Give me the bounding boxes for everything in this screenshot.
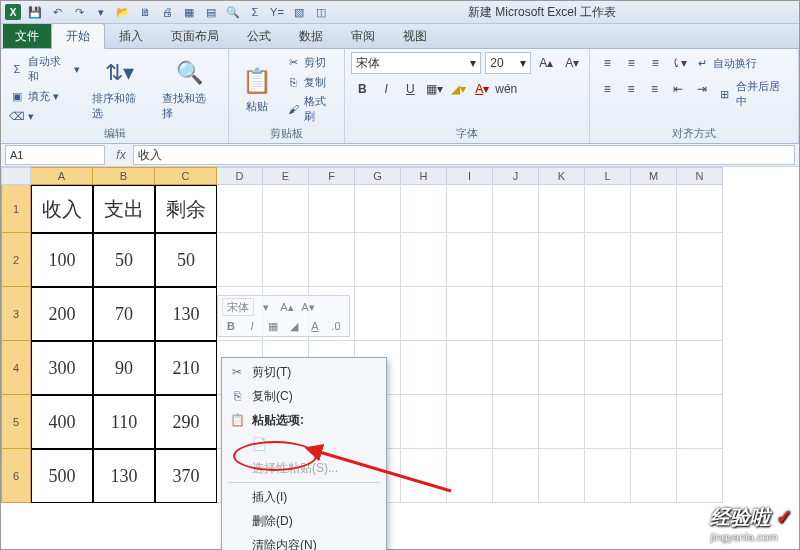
cell-K6[interactable] [539, 449, 585, 503]
cell-N1[interactable] [677, 185, 723, 233]
cell-E2[interactable] [263, 233, 309, 287]
bold-icon[interactable]: B [351, 78, 373, 100]
ctx-insert[interactable]: 插入(I) [224, 485, 384, 509]
merge-center-button[interactable]: ⊞合并后居中 [715, 78, 792, 110]
cell-J4[interactable] [493, 341, 539, 395]
ctx-paste-variant[interactable]: 📄 [224, 432, 384, 456]
ctx-cut[interactable]: ✂剪切(T) [224, 360, 384, 384]
cell-L2[interactable] [585, 233, 631, 287]
cell-F1[interactable] [309, 185, 355, 233]
row-header-3[interactable]: 3 [1, 287, 31, 341]
cut-button[interactable]: ✂剪切 [283, 53, 338, 71]
col-header-D[interactable]: D [217, 167, 263, 185]
mini-border-icon[interactable]: ▦ [264, 318, 282, 334]
undo-icon[interactable]: ↶ [49, 4, 65, 20]
col-header-H[interactable]: H [401, 167, 447, 185]
cell-B5[interactable]: 110 [93, 395, 155, 449]
col-header-E[interactable]: E [263, 167, 309, 185]
mini-format-icon[interactable]: .0 [327, 318, 345, 334]
cell-I6[interactable] [447, 449, 493, 503]
tab-home[interactable]: 开始 [51, 23, 105, 49]
tab-formula[interactable]: 公式 [233, 24, 285, 48]
qat-icon-5[interactable]: Y= [269, 4, 285, 20]
cell-J1[interactable] [493, 185, 539, 233]
cell-D2[interactable] [217, 233, 263, 287]
font-size-select[interactable]: 20▾ [485, 52, 531, 74]
find-select-button[interactable]: 🔍 查找和选择 [156, 55, 222, 123]
cell-C5[interactable]: 290 [155, 395, 217, 449]
col-header-I[interactable]: I [447, 167, 493, 185]
align-left-icon[interactable]: ≡ [596, 78, 618, 100]
grow-font-icon[interactable]: A▴ [535, 52, 557, 74]
ctx-clear[interactable]: 清除内容(N) [224, 533, 384, 550]
row-header-2[interactable]: 2 [1, 233, 31, 287]
col-header-G[interactable]: G [355, 167, 401, 185]
cell-A2[interactable]: 100 [31, 233, 93, 287]
tab-file[interactable]: 文件 [3, 24, 51, 48]
format-painter-button[interactable]: 🖌格式刷 [283, 93, 338, 125]
cell-C2[interactable]: 50 [155, 233, 217, 287]
qat-icon-7[interactable]: ◫ [313, 4, 329, 20]
cell-K2[interactable] [539, 233, 585, 287]
cell-N6[interactable] [677, 449, 723, 503]
col-header-C[interactable]: C [155, 167, 217, 185]
orientation-icon[interactable]: ⤹▾ [668, 52, 690, 74]
worksheet-grid[interactable]: ABCDEFGHIJKLMN 1收入支出剩余210050503200701304… [1, 167, 799, 550]
cell-M3[interactable] [631, 287, 677, 341]
col-header-M[interactable]: M [631, 167, 677, 185]
cell-F2[interactable] [309, 233, 355, 287]
tab-layout[interactable]: 页面布局 [157, 24, 233, 48]
cell-K5[interactable] [539, 395, 585, 449]
cell-B1[interactable]: 支出 [93, 185, 155, 233]
cell-C3[interactable]: 130 [155, 287, 217, 341]
formula-input[interactable]: 收入 [133, 145, 795, 165]
qat-icon-1[interactable]: ▦ [181, 4, 197, 20]
tab-review[interactable]: 审阅 [337, 24, 389, 48]
cell-K1[interactable] [539, 185, 585, 233]
qat-more-icon[interactable]: ▾ [93, 4, 109, 20]
align-right-icon[interactable]: ≡ [644, 78, 666, 100]
col-header-K[interactable]: K [539, 167, 585, 185]
col-header-J[interactable]: J [493, 167, 539, 185]
tab-insert[interactable]: 插入 [105, 24, 157, 48]
shrink-font-icon[interactable]: A▾ [561, 52, 583, 74]
italic-icon[interactable]: I [375, 78, 397, 100]
mini-italic-icon[interactable]: I [243, 318, 261, 334]
align-middle-icon[interactable]: ≡ [620, 52, 642, 74]
cell-L6[interactable] [585, 449, 631, 503]
cell-I4[interactable] [447, 341, 493, 395]
cell-H6[interactable] [401, 449, 447, 503]
border-icon[interactable]: ▦▾ [423, 78, 445, 100]
cell-B3[interactable]: 70 [93, 287, 155, 341]
indent-dec-icon[interactable]: ⇤ [667, 78, 689, 100]
ctx-delete[interactable]: 删除(D) [224, 509, 384, 533]
qat-icon-3[interactable]: 🔍 [225, 4, 241, 20]
cell-L3[interactable] [585, 287, 631, 341]
print-preview-icon[interactable]: 🖨 [159, 4, 175, 20]
cell-C1[interactable]: 剩余 [155, 185, 217, 233]
cell-K4[interactable] [539, 341, 585, 395]
align-top-icon[interactable]: ≡ [596, 52, 618, 74]
mini-grow-font-icon[interactable]: A▴ [278, 299, 296, 315]
row-header-6[interactable]: 6 [1, 449, 31, 503]
cell-L1[interactable] [585, 185, 631, 233]
qat-icon-6[interactable]: ▧ [291, 4, 307, 20]
col-header-F[interactable]: F [309, 167, 355, 185]
cell-J5[interactable] [493, 395, 539, 449]
cell-I2[interactable] [447, 233, 493, 287]
name-box[interactable]: A1 [5, 145, 105, 165]
col-header-B[interactable]: B [93, 167, 155, 185]
cell-J6[interactable] [493, 449, 539, 503]
fill-color-icon[interactable]: ◢▾ [447, 78, 469, 100]
underline-icon[interactable]: U [399, 78, 421, 100]
wrap-text-button[interactable]: ↵自动换行 [692, 52, 759, 74]
align-bottom-icon[interactable]: ≡ [644, 52, 666, 74]
autosum-button[interactable]: Σ自动求和 ▾ [7, 53, 82, 85]
cell-E1[interactable] [263, 185, 309, 233]
cell-H1[interactable] [401, 185, 447, 233]
mini-shrink-font-icon[interactable]: A▾ [299, 299, 317, 315]
cell-I3[interactable] [447, 287, 493, 341]
select-all-corner[interactable] [1, 167, 31, 185]
font-color-icon[interactable]: A▾ [471, 78, 493, 100]
cell-M4[interactable] [631, 341, 677, 395]
